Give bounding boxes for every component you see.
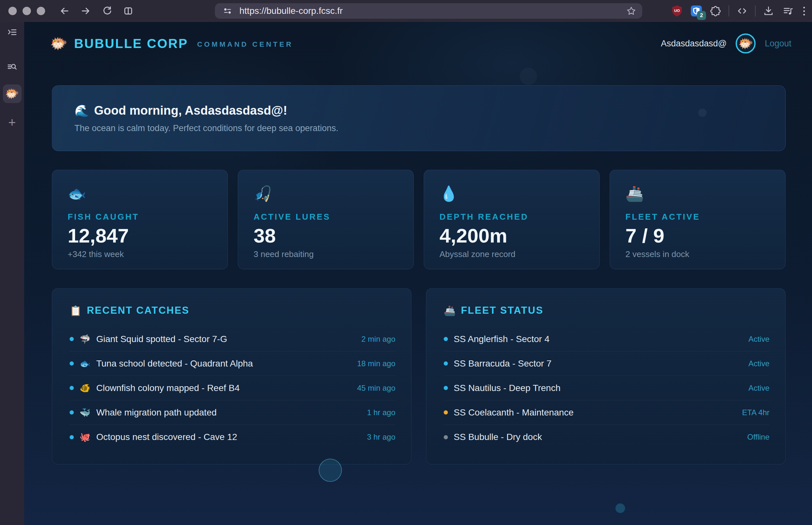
downloads-button[interactable] (762, 4, 775, 17)
download-icon (763, 5, 774, 17)
bookmark-star-icon[interactable] (626, 6, 636, 16)
octopus-icon: 🐙 (79, 432, 91, 442)
panels-row: 📋 RECENT CATCHES 🦈 Giant Squid spotted -… (52, 288, 786, 464)
stat-label: FLEET ACTIVE (625, 212, 772, 222)
clipboard-icon: 📋 (70, 305, 82, 316)
status-dot-active (444, 337, 448, 341)
tab-sidebar: 🐡 + (0, 22, 24, 525)
reload-icon (102, 5, 113, 16)
vessel-name: SS Coelacanth - Maintenance (454, 407, 574, 418)
catch-text: Whale migration path updated (97, 407, 217, 418)
forward-arrow-icon (80, 5, 91, 16)
catch-time: 45 min ago (357, 384, 395, 393)
stat-card-fleet-active: 🚢 FLEET ACTIVE 7 / 9 2 vessels in dock (610, 170, 786, 269)
vessel-status: Active (749, 359, 769, 368)
vessel-status: Active (749, 335, 769, 344)
stat-value: 12,847 (68, 225, 215, 246)
welcome-subtitle: The ocean is calm today. Perfect conditi… (74, 123, 785, 133)
fleet-list-item: SS Coelacanth - Maintenance ETA 4hr (444, 400, 769, 425)
window-close-button[interactable] (9, 7, 17, 15)
decorative-bubble (698, 108, 707, 117)
pufferfish-favicon: 🐡 (5, 87, 19, 101)
vessel-name: SS Nautilus - Deep Trench (454, 383, 561, 393)
catch-list-item: 🦈 Giant Squid spotted - Sector 7-G 2 min… (70, 327, 395, 351)
stat-card-depth-reached: 💧 DEPTH REACHED 4,200m Abyssal zone reco… (424, 170, 600, 269)
welcome-banner: 🌊 Good morning, Asdasdasdasd@! The ocean… (52, 85, 786, 151)
stat-subtext: 2 vessels in dock (625, 249, 772, 259)
browser-toolbar: https://bubulle-corp.fcsc.fr UO 2 (0, 0, 812, 22)
droplet-icon: 💧 (440, 186, 587, 201)
vessel-name: SS Anglerfish - Sector 4 (454, 334, 549, 344)
site-settings-icon[interactable] (223, 6, 232, 16)
status-dot-active (444, 386, 448, 390)
status-dot-active (444, 361, 448, 365)
split-view-icon (123, 5, 134, 16)
stat-card-active-lures: 🎣 ACTIVE LURES 38 3 need rebaiting (238, 170, 414, 269)
decorative-bubble (319, 459, 342, 482)
stat-subtext: +342 this week (68, 249, 215, 259)
catch-list-item: 🐳 Whale migration path updated 1 hr ago (70, 400, 395, 425)
brand-title: BUBULLE CORP (74, 36, 188, 51)
avatar[interactable]: 🐡 (736, 33, 756, 54)
browser-menu-button[interactable] (801, 7, 808, 15)
catch-list-item: 🐠 Clownfish colony mapped - Reef B4 45 m… (70, 376, 395, 400)
playlist-music-icon (782, 5, 794, 17)
stat-label: ACTIVE LURES (254, 212, 400, 222)
toolbar-divider (728, 5, 729, 16)
catch-list-item: 🐟 Tuna school detected - Quadrant Alpha … (70, 351, 395, 376)
stat-value: 38 (254, 225, 400, 246)
fleet-list-item: SS Anglerfish - Sector 4 Active (444, 327, 769, 351)
stat-value: 7 / 9 (625, 225, 772, 246)
password-extension-button[interactable]: 2 (690, 4, 703, 17)
media-queue-button[interactable] (781, 4, 794, 17)
decorative-bubble (616, 504, 625, 513)
puzzle-icon (710, 5, 721, 17)
tab-search-icon (7, 61, 18, 73)
site-header: 🐡 BUBULLE CORP COMMAND CENTER Asdasdasda… (24, 22, 812, 65)
brand-logo-icon: 🐡 (50, 35, 68, 52)
avatar-pufferfish-icon: 🐡 (738, 36, 753, 50)
back-button[interactable] (59, 5, 70, 17)
stat-subtext: 3 need rebaiting (254, 249, 400, 259)
forward-button[interactable] (80, 5, 91, 17)
stat-label: DEPTH REACHED (440, 212, 587, 222)
ship-icon: 🚢 (444, 305, 456, 316)
catch-time: 2 min ago (361, 335, 395, 344)
bullet-dot (70, 410, 74, 415)
brand-tagline: COMMAND CENTER (197, 40, 293, 49)
window-zoom-button[interactable] (37, 7, 45, 15)
toolbar-divider (755, 5, 756, 16)
url-text[interactable]: https://bubulle-corp.fcsc.fr (239, 6, 626, 16)
active-tab-favicon[interactable]: 🐡 (3, 85, 21, 103)
reload-button[interactable] (101, 5, 113, 17)
vessel-status: Active (749, 384, 769, 393)
welcome-title: Good morning, Asdasdasdasd@! (94, 104, 287, 118)
logout-button[interactable]: Logout (765, 39, 792, 49)
catch-text: Tuna school detected - Quadrant Alpha (97, 359, 253, 369)
code-icon (736, 5, 748, 17)
catch-list-item: 🐙 Octopus nest discovered - Cave 12 3 hr… (70, 425, 395, 449)
vessel-status: ETA 4hr (742, 408, 769, 417)
svg-text:UO: UO (674, 9, 680, 13)
tab-search-button[interactable] (6, 61, 18, 73)
ship-icon: 🚢 (625, 186, 772, 201)
window-minimize-button[interactable] (23, 7, 31, 15)
sidebar-toggle-button[interactable] (6, 26, 18, 38)
catch-time: 1 hr ago (367, 408, 395, 417)
ublock-shield-icon: UO (671, 5, 682, 17)
extension-badge: 2 (697, 11, 706, 20)
extensions-menu-button[interactable] (709, 4, 722, 17)
catch-text: Octopus nest discovered - Cave 12 (97, 432, 237, 442)
window-controls (9, 7, 45, 15)
sidebar-split-button[interactable] (122, 5, 134, 17)
new-tab-button[interactable]: + (9, 116, 16, 129)
status-dot-maintenance (444, 410, 448, 415)
back-arrow-icon (59, 5, 70, 16)
shark-icon: 🦈 (79, 334, 91, 344)
address-bar[interactable]: https://bubulle-corp.fcsc.fr (215, 3, 642, 19)
dev-tools-button[interactable] (736, 4, 749, 17)
ublock-extension-button[interactable]: UO (670, 4, 683, 17)
bullet-dot (70, 337, 74, 341)
vessel-name: SS Bubulle - Dry dock (454, 432, 542, 442)
stat-value: 4,200m (440, 225, 587, 246)
